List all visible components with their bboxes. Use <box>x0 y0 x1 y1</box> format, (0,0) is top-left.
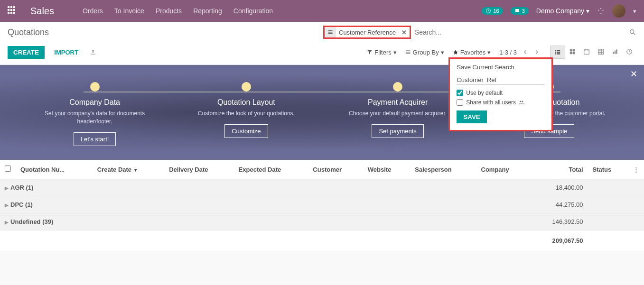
caret-down-icon: ▾ <box>487 49 491 56</box>
breadcrumb: Quotations <box>8 28 49 37</box>
table-header-row: Quotation Nu... Create Date ▼ Delivery D… <box>0 160 644 179</box>
facet-label: Customer Reference <box>336 29 399 36</box>
th-company[interactable]: Company <box>476 160 530 179</box>
th-expected-date[interactable]: Expected Date <box>234 160 308 179</box>
group-row-dpc[interactable]: ▶DPC (1) 44,275.00 <box>0 196 644 213</box>
save-search-button[interactable]: SAVE <box>457 110 486 123</box>
step-desc: Set your company's data for documents he… <box>28 110 161 126</box>
nav-configuration[interactable]: Configuration <box>233 7 273 15</box>
svg-rect-3 <box>328 33 333 34</box>
save-search-name-input[interactable] <box>457 75 545 85</box>
graph-view-button[interactable] <box>608 46 622 59</box>
th-quotation-number[interactable]: Quotation Nu... <box>16 160 93 179</box>
svg-rect-5 <box>406 51 410 51</box>
th-create-date[interactable]: Create Date ▼ <box>93 160 164 179</box>
clock-icon <box>485 8 491 14</box>
chevron-right-icon: ▶ <box>5 220 9 225</box>
caret-down-icon: ▾ <box>441 49 444 56</box>
pager-text: 1-3 / 3 <box>499 49 517 56</box>
use-default-label: Use by default <box>466 90 503 96</box>
group-total: 146,392.50 <box>530 213 588 230</box>
debug-icon[interactable] <box>597 7 605 15</box>
nav-to-invoice[interactable]: To Invoice <box>114 7 144 15</box>
company-menu[interactable]: Demo Company ▾ <box>536 7 589 15</box>
pager-prev-icon[interactable] <box>521 48 530 56</box>
svg-rect-11 <box>557 50 560 51</box>
step-button-set-payments[interactable]: Set payments <box>372 124 424 138</box>
chevron-right-icon: ▶ <box>5 185 9 191</box>
onboard-step-company: Company Data Set your company's data for… <box>28 82 161 146</box>
user-caret-icon[interactable]: ▾ <box>633 8 636 15</box>
calendar-view-button[interactable] <box>579 46 594 59</box>
search-input[interactable] <box>411 27 629 38</box>
th-total[interactable]: Total <box>530 160 588 179</box>
funnel-icon <box>367 49 373 55</box>
graph-icon <box>612 48 618 55</box>
groupby-label: Group By <box>413 49 439 56</box>
list-icon <box>405 49 411 55</box>
activity-badge[interactable]: 16 <box>482 7 503 15</box>
view-switcher <box>550 46 636 59</box>
svg-point-4 <box>630 30 634 34</box>
svg-rect-18 <box>570 52 572 55</box>
step-button-customize[interactable]: Customize <box>224 124 268 138</box>
star-icon <box>453 49 458 55</box>
avatar[interactable] <box>612 4 625 18</box>
activity-view-button[interactable] <box>622 46 636 59</box>
pivot-view-button[interactable] <box>594 46 608 59</box>
close-icon[interactable]: ✕ <box>630 69 637 79</box>
th-salesperson[interactable]: Salesperson <box>410 160 476 179</box>
svg-rect-15 <box>557 53 560 54</box>
nav-products[interactable]: Products <box>156 7 182 15</box>
th-website[interactable]: Website <box>363 160 411 179</box>
svg-rect-7 <box>406 54 410 54</box>
select-all-checkbox[interactable] <box>5 165 11 172</box>
app-brand[interactable]: Sales <box>30 6 54 17</box>
share-all-checkbox[interactable]: Share with all users <box>457 99 545 106</box>
favorites-menu[interactable]: Favorites ▾ <box>453 49 491 56</box>
chevron-right-icon: ▶ <box>5 202 9 208</box>
groupby-menu[interactable]: Group By ▾ <box>405 49 444 56</box>
use-default-checkbox[interactable]: Use by default <box>457 90 545 96</box>
nav-reporting[interactable]: Reporting <box>193 7 222 15</box>
grand-total: 209,067.50 <box>530 230 588 251</box>
svg-rect-12 <box>555 52 556 53</box>
pager: 1-3 / 3 <box>499 48 541 56</box>
save-search-title: Save Current Search <box>457 64 545 71</box>
column-options-icon[interactable]: ⋮ <box>633 166 639 173</box>
chat-icon <box>514 8 520 14</box>
svg-rect-10 <box>555 50 556 51</box>
svg-rect-6 <box>406 52 410 53</box>
th-status[interactable]: Status <box>588 160 629 179</box>
nav-orders[interactable]: Orders <box>83 7 103 15</box>
svg-rect-22 <box>613 52 614 54</box>
th-customer[interactable]: Customer <box>308 160 363 179</box>
th-delivery-date[interactable]: Delivery Date <box>164 160 233 179</box>
message-count: 3 <box>522 8 525 14</box>
top-navbar: Sales Orders To Invoice Products Reporti… <box>0 0 644 22</box>
step-button-lets-start[interactable]: Let's start! <box>74 132 116 146</box>
group-total: 18,400.00 <box>530 179 588 196</box>
kanban-view-button[interactable] <box>565 46 579 59</box>
apps-icon[interactable] <box>8 6 17 16</box>
upload-icon[interactable] <box>90 49 96 55</box>
create-button[interactable]: CREATE <box>8 46 45 59</box>
calendar-icon <box>583 48 590 55</box>
filters-menu[interactable]: Filters ▾ <box>367 49 396 56</box>
svg-rect-19 <box>573 52 575 55</box>
group-row-undefined[interactable]: ▶Undefined (39) 146,392.50 <box>0 213 644 230</box>
facet-remove-icon[interactable]: ✕ <box>399 29 410 36</box>
import-button[interactable]: IMPORT <box>48 46 84 59</box>
use-default-check[interactable] <box>457 90 463 96</box>
sort-desc-icon: ▼ <box>133 167 138 173</box>
group-row-agr[interactable]: ▶AGR (1) 18,400.00 <box>0 179 644 196</box>
pager-next-icon[interactable] <box>532 48 541 56</box>
message-badge[interactable]: 3 <box>511 7 529 15</box>
list-view-button[interactable] <box>550 46 565 59</box>
pivot-icon <box>597 48 604 55</box>
search-icon[interactable] <box>629 28 636 36</box>
share-all-check[interactable] <box>457 99 463 106</box>
svg-rect-24 <box>616 49 617 54</box>
favorites-label: Favorites <box>460 49 485 56</box>
svg-rect-17 <box>573 49 575 52</box>
